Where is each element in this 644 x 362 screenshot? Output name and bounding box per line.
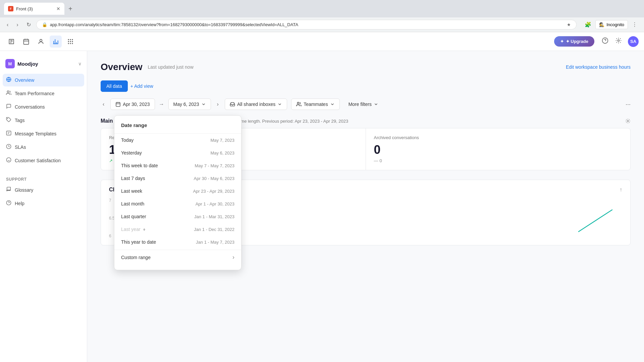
settings-button[interactable]: [613, 35, 624, 48]
back-button[interactable]: ‹: [4, 20, 11, 29]
refresh-button[interactable]: ↻: [24, 20, 34, 29]
sidebar-item-slas[interactable]: SLAs: [3, 141, 84, 154]
sidebar-item-conversations[interactable]: Conversations: [3, 101, 84, 113]
sidebar-label-conversations: Conversations: [15, 104, 45, 110]
svg-point-10: [72, 43, 73, 44]
archived-change-icon: —: [374, 158, 378, 163]
sidebar-item-overview[interactable]: Overview: [3, 74, 84, 86]
custom-range-option[interactable]: Custom range ›: [114, 250, 241, 264]
upgrade-label: ✦ Upgrade: [566, 39, 588, 44]
teammates-chevron-icon: [330, 102, 335, 107]
sidebar-item-team-performance[interactable]: Team Performance: [3, 87, 84, 100]
inbox-chevron-icon: [277, 102, 282, 107]
sidebar-label-team-performance: Team Performance: [15, 91, 54, 96]
sidebar-item-message-templates[interactable]: Message Templates: [3, 127, 84, 140]
incognito-icon: 🕵: [599, 22, 604, 27]
date-option-last-quarter[interactable]: Last quarter Jan 1 - Mar 31, 2023: [114, 210, 241, 223]
inbox-filter-button[interactable]: All shared inboxes: [225, 99, 287, 110]
teammates-filter-button[interactable]: Teammates: [291, 99, 339, 110]
filter-ellipsis-button[interactable]: ···: [626, 101, 631, 108]
browser-tab[interactable]: F Front (3) ✕: [4, 3, 64, 15]
tab-title: Front (3): [16, 6, 33, 11]
slas-icon: [6, 144, 11, 150]
sidebar-item-tags[interactable]: Tags: [3, 114, 84, 127]
svg-point-3: [70, 39, 71, 40]
address-bar[interactable]: 🔒 app.frontapp.com/analytics/team/tim:78…: [36, 20, 577, 29]
date-option-this-week[interactable]: This week to date May 7 - May 7, 2023: [114, 159, 241, 172]
svg-rect-15: [6, 131, 11, 135]
filters-row: ‹ Apr 30, 2023 → May 6, 2023 › All share…: [101, 99, 631, 110]
team-performance-icon: [6, 90, 11, 97]
last-year-label: Last year ♦: [121, 227, 146, 232]
contacts-button[interactable]: [35, 36, 47, 48]
more-filters-button[interactable]: More filters: [344, 99, 383, 110]
svg-point-4: [72, 39, 73, 40]
date-option-yesterday[interactable]: Yesterday May 6, 2023: [114, 146, 241, 159]
analytics-button[interactable]: [50, 36, 62, 48]
sidebar-item-customer-satisfaction[interactable]: Customer Satisfaction: [3, 154, 84, 167]
svg-point-17: [6, 158, 11, 162]
add-view-button[interactable]: + Add view: [130, 83, 153, 89]
sidebar-item-glossary[interactable]: Glossary: [3, 184, 84, 196]
more-apps-button[interactable]: [64, 36, 76, 48]
chart-line-svg: [575, 208, 615, 235]
chevron-down-icon: [201, 102, 206, 107]
date-range-button[interactable]: Apr 30, 2023: [110, 99, 155, 110]
last-year-value: Jan 1 - Dec 31, 2022: [194, 227, 234, 232]
date-to-button[interactable]: May 6, 2023: [168, 99, 211, 110]
forward-button[interactable]: ›: [14, 20, 21, 29]
yesterday-label: Yesterday: [121, 150, 142, 156]
metrics-settings-icon[interactable]: [625, 118, 631, 124]
workspace-header[interactable]: M Moodjoy ∨: [0, 56, 87, 74]
page-header: Overview Last updated just now Edit work…: [101, 62, 631, 72]
date-prev-button[interactable]: ‹: [101, 99, 106, 109]
browser-menu-button[interactable]: ⋮: [629, 20, 640, 29]
chart-export-button[interactable]: ↑: [620, 187, 622, 193]
sidebar-label-message-templates: Message Templates: [15, 131, 56, 136]
edit-hours-link[interactable]: Edit workspace business hours: [566, 64, 631, 70]
nav-section: Overview Team Performance Conversations …: [0, 74, 87, 168]
date-next-button[interactable]: ›: [215, 99, 221, 109]
archived-value: 0: [374, 143, 623, 157]
message-templates-icon: [6, 130, 11, 137]
this-year-label: This year to date: [121, 239, 156, 245]
extensions-button[interactable]: 🧩: [582, 20, 594, 29]
sidebar: M Moodjoy ∨ Overview Team Performance: [0, 51, 87, 362]
date-option-last-month[interactable]: Last month Apr 1 - Apr 30, 2023: [114, 197, 241, 210]
calendar-icon: [115, 102, 121, 107]
tab-all-data[interactable]: All data: [101, 80, 128, 92]
custom-range-label: Custom range: [121, 255, 151, 260]
sidebar-label-slas: SLAs: [15, 144, 26, 150]
date-to-label: May 6, 2023: [173, 102, 199, 107]
reply-time-change-icon: ↗: [109, 158, 113, 163]
sidebar-label-glossary: Glossary: [15, 187, 33, 193]
inbox-icon: [230, 102, 235, 107]
browser-toolbar: ‹ › ↻ 🔒 app.frontapp.com/analytics/team/…: [0, 17, 644, 32]
inbox-filter-label: All shared inboxes: [237, 102, 275, 107]
last-month-value: Apr 1 - Apr 30, 2023: [196, 201, 234, 206]
sidebar-item-help[interactable]: Help: [3, 197, 84, 210]
tab-close-button[interactable]: ✕: [56, 6, 60, 11]
customer-satisfaction-icon: [6, 157, 11, 164]
last-quarter-value: Jan 1 - Mar 31, 2023: [194, 214, 234, 219]
new-tab-button[interactable]: +: [68, 5, 72, 13]
svg-point-7: [72, 41, 73, 42]
avatar[interactable]: SA: [628, 36, 639, 47]
tabs-row: All data + Add view: [101, 80, 631, 92]
url-text: app.frontapp.com/analytics/team/tim:7858…: [50, 22, 298, 27]
date-option-today[interactable]: Today May 7, 2023: [114, 134, 241, 146]
help-button[interactable]: [600, 35, 610, 48]
page-title: Overview: [101, 62, 143, 72]
compose-button[interactable]: [5, 36, 17, 48]
content-area: Overview Last updated just now Edit work…: [87, 51, 644, 362]
date-option-last-week[interactable]: Last week Apr 23 - Apr 29, 2023: [114, 185, 241, 197]
upgrade-button[interactable]: ✦ ✦ Upgrade: [554, 36, 594, 47]
last-week-label: Last week: [121, 188, 142, 194]
calendar-button[interactable]: [20, 36, 32, 48]
svg-point-8: [68, 43, 69, 44]
date-option-last-7-days[interactable]: Last 7 days Apr 30 - May 6, 2023: [114, 172, 241, 185]
date-option-this-year[interactable]: This year to date Jan 1 - May 7, 2023: [114, 236, 241, 248]
sidebar-label-overview: Overview: [15, 77, 34, 83]
lock-icon: 🔒: [42, 22, 47, 27]
last-updated-text: Last updated just now: [148, 64, 194, 70]
